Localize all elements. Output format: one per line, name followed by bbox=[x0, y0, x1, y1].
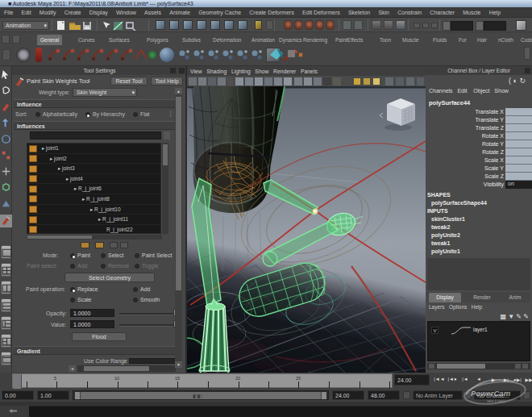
svg-text:View Shading Lighting Sh: View Shading Lighting Show Renderer Pane… bbox=[190, 69, 318, 75]
svg-text:PowerCam: PowerCam bbox=[471, 389, 511, 398]
svg-text:take it easy: take it easy bbox=[487, 399, 506, 403]
